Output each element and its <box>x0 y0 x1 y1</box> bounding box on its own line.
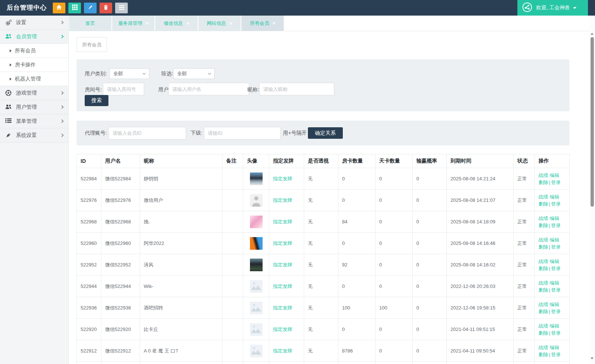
close-icon[interactable]: × <box>273 20 276 26</box>
confirm-relation-button[interactable]: 确定关系 <box>308 127 343 139</box>
caret-right-icon <box>10 49 12 52</box>
deal-cards-link[interactable]: 指定发牌 <box>273 176 292 181</box>
home-button[interactable] <box>53 3 65 13</box>
delete-link[interactable]: 删除 <box>539 287 548 293</box>
login-link[interactable]: 登录 <box>551 309 560 314</box>
delete-link[interactable]: 删除 <box>539 352 548 357</box>
delete-link[interactable]: 删除 <box>539 244 548 250</box>
sub-input[interactable] <box>204 127 281 140</box>
tab-home[interactable]: 首页 <box>69 16 111 31</box>
login-link[interactable]: 登录 <box>551 352 560 357</box>
tab-server-management[interactable]: 服务器管理× <box>112 16 155 31</box>
username-input[interactable] <box>168 83 249 95</box>
edit-link[interactable]: 编辑 <box>550 345 559 350</box>
edit-link[interactable]: 编辑 <box>550 302 559 307</box>
cell-win-rate: 0 <box>413 276 447 297</box>
cell-nickname: 微信用户 <box>140 190 222 211</box>
login-link[interactable]: 登录 <box>551 180 560 185</box>
delete-link[interactable]: 删除 <box>539 309 548 314</box>
room-input[interactable] <box>103 83 144 95</box>
scroll-down-arrow-icon[interactable] <box>591 357 594 360</box>
screen-select[interactable]: 全部 <box>173 68 215 79</box>
nickname-input[interactable] <box>259 83 334 95</box>
cell-deal-cards: 指定发牌 <box>269 211 304 233</box>
deal-cards-link[interactable]: 指定发牌 <box>273 283 292 289</box>
scroll-up-arrow-icon[interactable] <box>591 33 594 35</box>
cell-day-cards: 100 <box>375 297 413 319</box>
list-button[interactable] <box>115 3 128 13</box>
sidebar-item-menu-management[interactable]: 菜单管理 <box>0 114 68 128</box>
sidebar-sub-all-members[interactable]: 所有会员 <box>0 44 68 58</box>
edit-link[interactable]: 编辑 <box>550 259 559 264</box>
deal-cards-link[interactable]: 指定发牌 <box>273 219 292 224</box>
deal-cards-link[interactable]: 指定发牌 <box>273 327 292 332</box>
record-link[interactable]: 战绩 <box>539 280 548 286</box>
nickname-label: 昵称: <box>247 86 259 93</box>
deal-cards-link[interactable]: 指定发牌 <box>273 240 292 246</box>
tab-all-members[interactable]: 所有会员× <box>241 16 284 31</box>
user-type-select[interactable]: 全部 <box>109 68 149 79</box>
delete-link[interactable]: 删除 <box>539 180 548 185</box>
refresh-button[interactable] <box>572 4 580 12</box>
cell-win-rate: 0 <box>413 297 447 319</box>
trash-icon <box>103 4 109 12</box>
edit-link[interactable]: 编辑 <box>550 280 559 286</box>
record-link[interactable]: 战绩 <box>539 345 548 350</box>
panel-tab-all-members[interactable]: 所有会员 <box>77 37 107 52</box>
tab-modify-info[interactable]: 修改信息× <box>155 16 198 31</box>
close-icon[interactable]: × <box>230 20 233 26</box>
edit-link[interactable]: 编辑 <box>550 194 559 200</box>
close-icon[interactable]: × <box>186 20 189 26</box>
chevron-right-icon <box>60 21 64 24</box>
sidebar-sub-room-card-ops[interactable]: 房卡操作 <box>0 58 68 72</box>
record-link[interactable]: 战绩 <box>539 173 548 178</box>
sidebar-item-settings[interactable]: 设置 <box>0 16 68 30</box>
deal-cards-link[interactable]: 指定发牌 <box>273 262 292 268</box>
login-link[interactable]: 登录 <box>551 287 560 293</box>
record-link[interactable]: 战绩 <box>539 302 548 307</box>
sidebar-item-system-settings[interactable]: 系统设置 <box>0 128 68 142</box>
login-link[interactable]: 登录 <box>551 223 560 228</box>
tab-label: 服务器管理 <box>118 20 142 26</box>
login-link[interactable]: 登录 <box>551 266 560 271</box>
deal-cards-link[interactable]: 指定发牌 <box>273 348 292 354</box>
login-link[interactable]: 登录 <box>551 244 560 250</box>
record-link[interactable]: 战绩 <box>539 194 548 200</box>
edit-link[interactable]: 编辑 <box>550 323 559 329</box>
cell-deal-cards: 指定发牌 <box>269 319 304 340</box>
scrollbar-thumb[interactable] <box>591 37 594 207</box>
sidebar-item-label: 用户管理 <box>16 104 37 111</box>
cell-id: 522944 <box>77 276 101 297</box>
vertical-scrollbar[interactable] <box>589 16 595 364</box>
cell-deal-cards: 指定发牌 <box>269 297 304 319</box>
record-link[interactable]: 战绩 <box>539 237 548 243</box>
delete-link[interactable]: 删除 <box>539 201 548 207</box>
sidebar-item-member-management[interactable]: 会员管理 <box>0 30 68 44</box>
edit-button[interactable] <box>84 3 97 13</box>
deal-cards-link[interactable]: 指定发牌 <box>273 305 292 311</box>
delete-link[interactable]: 删除 <box>539 330 548 336</box>
sidebar-item-user-management[interactable]: 用户管理 <box>0 100 68 114</box>
cell-nickname: A 0 老 魔 王 口? <box>140 340 222 362</box>
login-link[interactable]: 登录 <box>551 330 560 336</box>
cell-expire-time: 2025-08-08 14:21:24 <box>447 168 514 190</box>
edit-link[interactable]: 编辑 <box>550 216 559 221</box>
record-link[interactable]: 战绩 <box>539 259 548 264</box>
edit-link[interactable]: 编辑 <box>550 237 559 243</box>
grid-button[interactable] <box>68 3 81 13</box>
delete-link[interactable]: 删除 <box>539 223 548 228</box>
cell-expire-time: 2025-08-08 14:18:09 <box>447 211 514 233</box>
record-link[interactable]: 战绩 <box>539 216 548 221</box>
search-button[interactable]: 搜索 <box>85 95 108 106</box>
edit-link[interactable]: 编辑 <box>550 173 559 178</box>
delete-button[interactable] <box>100 3 112 13</box>
deal-cards-link[interactable]: 指定发牌 <box>273 197 292 203</box>
record-link[interactable]: 战绩 <box>539 323 548 329</box>
login-link[interactable]: 登录 <box>551 201 560 207</box>
delete-link[interactable]: 删除 <box>539 266 548 271</box>
sidebar-item-game-management[interactable]: 游戏管理 <box>0 86 68 100</box>
agent-input[interactable] <box>108 127 186 140</box>
tab-site-info[interactable]: 网站信息× <box>198 16 241 31</box>
close-icon[interactable]: × <box>146 20 149 26</box>
sidebar-sub-robot-management[interactable]: 机器人管理 <box>0 72 68 86</box>
